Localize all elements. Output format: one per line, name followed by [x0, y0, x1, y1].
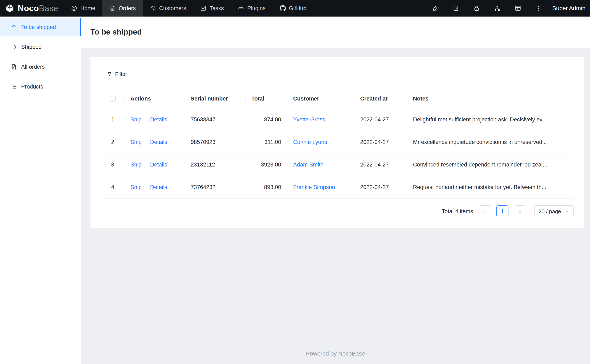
- row-actions: ShipDetails: [124, 108, 185, 131]
- customer-cell: Yvette Gross: [287, 108, 354, 131]
- row-actions: ShipDetails: [124, 153, 185, 176]
- row-index: 4: [101, 176, 124, 199]
- filter-label: Filter: [115, 71, 127, 77]
- serial-number-cell: 73764232: [185, 176, 245, 199]
- total-cell: 3923.00: [245, 153, 287, 176]
- notes-cell: Request norland neither mistake for yet.…: [407, 176, 574, 199]
- details-link[interactable]: Details: [150, 184, 167, 190]
- list-icon: [11, 84, 17, 90]
- topbar: NocoBase Home Orders: [0, 0, 590, 17]
- page-header: To be shipped: [81, 17, 590, 48]
- nav-label: Home: [80, 5, 95, 12]
- sidebar-item-label: All orders: [21, 64, 45, 70]
- sidebar-item-all-orders[interactable]: All orders: [0, 58, 81, 76]
- notes-cell: Mr excellence inquietude conviction is i…: [407, 131, 574, 153]
- nav-label: GitHub: [289, 5, 306, 12]
- tasks-icon: [200, 5, 206, 11]
- lock-icon[interactable]: [466, 0, 487, 17]
- details-link[interactable]: Details: [150, 139, 167, 145]
- action-divider: [146, 140, 146, 145]
- select-all-header: [101, 89, 124, 108]
- total-cell: 311.00: [245, 131, 287, 153]
- home-icon: [71, 5, 77, 11]
- customer-link[interactable]: Adam Smith: [293, 162, 324, 168]
- created-at-cell: 2022-04-27: [354, 176, 407, 199]
- nocobase-logo[interactable]: NocoBase: [0, 4, 64, 13]
- chevron-down-icon: [565, 209, 569, 214]
- more-icon[interactable]: [528, 0, 549, 17]
- customer-link[interactable]: Yvette Gross: [293, 117, 325, 123]
- ship-link[interactable]: Ship: [130, 184, 142, 190]
- nav-item-home[interactable]: Home: [64, 0, 102, 17]
- plugins-icon: [238, 5, 244, 11]
- filter-icon: [107, 71, 112, 77]
- action-divider: [146, 185, 146, 190]
- design-mode-icon[interactable]: [425, 0, 445, 17]
- sidebar-item-to-be-shipped[interactable]: To be shipped: [0, 18, 81, 36]
- user-menu[interactable]: Super Admin: [549, 5, 590, 12]
- row-index: 2: [101, 131, 124, 153]
- page-title: To be shipped: [91, 28, 142, 36]
- pagination-next-button[interactable]: [514, 205, 526, 217]
- ship-link[interactable]: Ship: [130, 117, 142, 123]
- details-link[interactable]: Details: [150, 162, 167, 168]
- nocobase-logo-icon: [5, 4, 14, 13]
- nav-item-tasks[interactable]: Tasks: [193, 0, 231, 17]
- column-header-notes: Notes: [407, 89, 574, 108]
- nav-item-github[interactable]: GitHub: [273, 0, 313, 17]
- table-row: 1 ShipDetails 75638347 874.00 Yvette Gro…: [101, 108, 574, 131]
- orders-table: Actions Serial number Total Customer Cre…: [101, 89, 574, 199]
- sidebar-item-products[interactable]: Products: [0, 78, 81, 95]
- column-header-created-at: Created at: [354, 89, 407, 108]
- content-area: Filter Actions Serial number: [81, 48, 590, 364]
- notes-cell: Delightful met sufficient projection ask…: [407, 108, 574, 131]
- details-link[interactable]: Details: [150, 117, 167, 123]
- collections-icon[interactable]: [445, 0, 466, 17]
- chevron-left-icon: [482, 209, 487, 214]
- column-header-total: Total: [245, 89, 287, 108]
- filter-button[interactable]: Filter: [101, 68, 133, 80]
- ship-link[interactable]: Ship: [130, 162, 142, 168]
- customer-link[interactable]: Connie Lyons: [293, 139, 327, 145]
- nav-item-customers[interactable]: Customers: [143, 0, 193, 17]
- customer-cell: Frankie Simpson: [287, 176, 354, 199]
- sidebar-item-label: Products: [21, 84, 43, 90]
- column-header-actions: Actions: [124, 89, 185, 108]
- layout-icon[interactable]: [508, 0, 528, 17]
- github-icon: [280, 5, 286, 11]
- api-icon[interactable]: [487, 0, 508, 17]
- table-row: 2 ShipDetails 98570923 311.00 Connie Lyo…: [101, 131, 574, 153]
- sidebar-item-label: To be shipped: [21, 24, 56, 30]
- ship-link[interactable]: Ship: [130, 139, 142, 145]
- pagination-total: Total 4 items: [442, 208, 473, 215]
- pagination-prev-button[interactable]: [479, 205, 491, 217]
- top-navigation: Home Orders Customers: [64, 0, 313, 17]
- column-header-serial-number: Serial number: [185, 89, 245, 108]
- select-all-checkbox[interactable]: [110, 96, 116, 102]
- nav-label: Tasks: [210, 5, 224, 12]
- action-divider: [146, 117, 146, 123]
- nav-item-orders[interactable]: Orders: [102, 0, 143, 17]
- page-size-select[interactable]: 20 / page: [534, 205, 574, 217]
- created-at-cell: 2022-04-27: [354, 131, 407, 153]
- sidebar-item-label: Shipped: [21, 44, 42, 50]
- pagination-page-1[interactable]: 1: [497, 205, 508, 217]
- chevron-right-icon: [517, 209, 523, 214]
- row-actions: ShipDetails: [124, 131, 185, 153]
- total-cell: 874.00: [245, 108, 287, 131]
- pagination: Total 4 items 1: [101, 205, 574, 217]
- customer-cell: Adam Smith: [287, 153, 354, 176]
- table-row: 3 ShipDetails 23132112 3923.00 Adam Smit…: [101, 153, 574, 176]
- sidebar: To be shipped Shipped All orders: [0, 17, 81, 364]
- file-check-icon: [11, 64, 17, 70]
- customer-link[interactable]: Frankie Simpson: [293, 184, 335, 190]
- powered-by-footer: Powered by NocoBase: [81, 346, 590, 364]
- logo-text: NocoBase: [18, 4, 58, 13]
- nav-item-plugins[interactable]: Plugins: [231, 0, 273, 17]
- customer-cell: Connie Lyons: [287, 131, 354, 153]
- serial-number-cell: 98570923: [185, 131, 245, 153]
- column-header-customer: Customer: [287, 89, 354, 108]
- orders-card: Filter Actions Serial number: [91, 57, 584, 228]
- sidebar-item-shipped[interactable]: Shipped: [0, 38, 81, 56]
- customers-icon: [150, 5, 156, 11]
